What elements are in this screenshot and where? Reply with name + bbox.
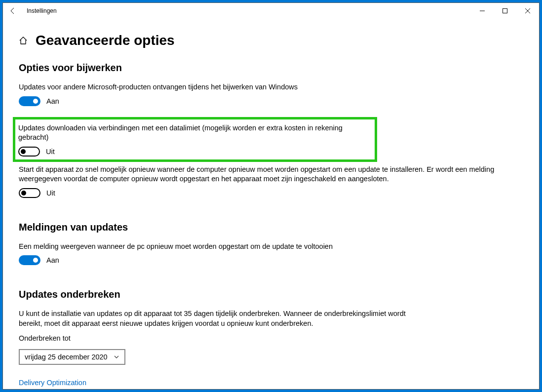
toggle-restart-notify-state: Aan [46, 256, 59, 264]
toggle-restart-asap-state: Uit [46, 189, 55, 197]
section-notifications-title: Meldingen van updates [19, 222, 523, 233]
page-title: Geavanceerde opties [36, 33, 175, 48]
option-other-products-label: Updates voor andere Microsoft-producten … [19, 82, 523, 92]
pause-description: U kunt de installatie van updates op dit… [19, 309, 424, 328]
toggle-metered-state: Uit [46, 148, 55, 156]
app-title: Instellingen [27, 7, 57, 14]
titlebar: Instellingen [3, 3, 539, 19]
option-restart-notify-label: Een melding weergeven wanneer de pc opni… [19, 242, 523, 252]
pause-until-value: vrijdag 25 december 2020 [25, 353, 108, 361]
option-metered-label: Updates downloaden via verbindingen met … [18, 123, 372, 143]
toggle-metered[interactable] [18, 147, 40, 157]
svg-rect-1 [503, 9, 507, 13]
highlighted-option: Updates downloaden via verbindingen met … [13, 117, 377, 162]
minimize-button[interactable] [471, 3, 494, 19]
pause-until-dropdown[interactable]: vrijdag 25 december 2020 [19, 349, 125, 365]
back-button[interactable] [3, 3, 23, 19]
toggle-other-products[interactable] [19, 96, 40, 106]
link-delivery-optimization[interactable]: Delivery Optimization [19, 379, 523, 387]
chevron-down-icon [114, 354, 119, 360]
settings-window: Instellingen Geavanceerde opties Opties … [2, 2, 540, 390]
section-pause-title: Updates onderbreken [19, 289, 523, 300]
toggle-restart-notify[interactable] [19, 255, 40, 265]
maximize-button[interactable] [494, 3, 516, 19]
window-controls [471, 3, 539, 19]
home-icon[interactable] [19, 36, 28, 45]
option-restart-asap-label: Start dit apparaat zo snel mogelijk opni… [19, 165, 523, 184]
pause-until-label: Onderbreken tot [19, 334, 523, 344]
section-update-options-title: Opties voor bijwerken [19, 62, 523, 74]
close-button[interactable] [516, 3, 539, 19]
toggle-other-products-state: Aan [46, 97, 59, 105]
page-header: Geavanceerde opties [19, 33, 523, 48]
toggle-restart-asap[interactable] [19, 188, 40, 198]
content-area: Geavanceerde opties Opties voor bijwerke… [3, 19, 539, 389]
